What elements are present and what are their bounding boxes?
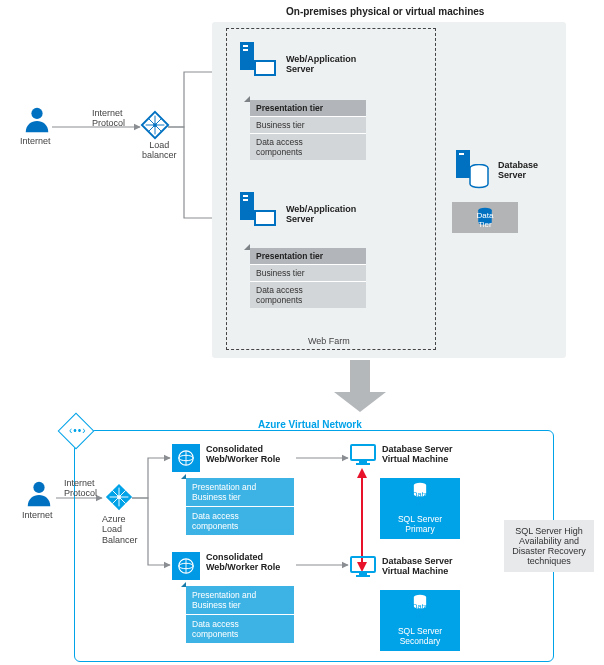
svg-rect-15	[243, 49, 248, 51]
presentation-tier-2: Presentation tier	[250, 248, 366, 264]
azure-vnet-box	[74, 430, 554, 662]
sql-secondary-box: Data Tier SQL Server Secondary	[380, 590, 460, 651]
sql-primary-box: Data Tier SQL Server Primary	[380, 478, 460, 539]
db-vm-icon-1	[350, 444, 376, 468]
data-tier-label-onprem: Data Tier	[452, 211, 518, 229]
svg-rect-14	[243, 45, 248, 47]
svg-rect-36	[359, 461, 367, 463]
svg-rect-40	[359, 573, 367, 575]
internet-label-bottom: Internet	[22, 510, 53, 520]
vnet-badge-dots: ‹••›	[69, 425, 87, 436]
data-tier-label-a1: Data Tier	[380, 490, 460, 508]
atier1-dataaccess: Data access components	[186, 506, 294, 535]
svg-rect-20	[459, 153, 464, 155]
svg-point-23	[33, 482, 44, 493]
webapp-icon-1	[254, 60, 276, 76]
webrole-label-1: Consolidated Web/Worker Role	[206, 444, 280, 465]
business-tier-2: Business tier	[250, 264, 366, 281]
svg-rect-17	[243, 195, 248, 197]
hadr-text: SQL Server High Availability and Disaste…	[512, 526, 586, 566]
azure-tier-1: Presentation and Business tier Data acce…	[186, 478, 294, 535]
webapp-icon-2	[254, 210, 276, 226]
azure-lb-icon	[104, 482, 134, 514]
svg-rect-41	[356, 575, 370, 577]
business-tier-1: Business tier	[250, 116, 366, 133]
user-icon-bottom	[24, 478, 54, 510]
svg-rect-37	[356, 463, 370, 465]
svg-point-7	[31, 108, 42, 119]
internet-protocol-label-2: Internet Protocol	[64, 478, 97, 499]
data-access-2: Data access components	[250, 281, 366, 308]
load-balancer-icon	[140, 110, 170, 142]
database-icon-onprem	[468, 164, 490, 192]
diagram-canvas: On-premises physical or virtual machines…	[0, 0, 604, 665]
onprem-title: On-premises physical or virtual machines	[286, 6, 484, 18]
db-vm-icon-2	[350, 556, 376, 580]
data-access-1: Data access components	[250, 133, 366, 160]
db-server-label: Database Server	[498, 160, 538, 181]
svg-rect-18	[243, 199, 248, 201]
atier2-presbus: Presentation and Business tier	[186, 586, 294, 614]
db-vm-label-2: Database Server Virtual Machine	[382, 556, 453, 577]
webfarm-label: Web Farm	[308, 336, 350, 346]
internet-protocol-label: Internet Protocol	[92, 108, 125, 129]
azure-vnet-title: Azure Virtual Network	[258, 419, 362, 431]
data-tier-label-a2: Data Tier	[380, 602, 460, 620]
webrole-label-2: Consolidated Web/Worker Role	[206, 552, 280, 573]
lb-label-top: Load balancer	[142, 140, 177, 161]
presentation-tier-1: Presentation tier	[250, 100, 366, 116]
db-vm-label-1: Database Server Virtual Machine	[382, 444, 453, 465]
webapp-label-1: Web/Application Server	[286, 54, 356, 75]
atier2-dataaccess: Data access components	[186, 614, 294, 643]
atier1-presbus: Presentation and Business tier	[186, 478, 294, 506]
svg-rect-39	[351, 557, 375, 572]
webapp-label-2: Web/Application Server	[286, 204, 356, 225]
webrole-icon-1	[172, 444, 200, 472]
azure-lb-label: Azure Load Balancer	[102, 514, 138, 545]
internet-label-top: Internet	[20, 136, 51, 146]
tier-stack-1: Presentation tier Business tier Data acc…	[250, 100, 366, 160]
webrole-icon-2	[172, 552, 200, 580]
sql-primary-label: SQL Server Primary	[380, 514, 460, 534]
svg-rect-35	[351, 445, 375, 460]
hadr-box: SQL Server High Availability and Disaste…	[504, 520, 594, 572]
azure-tier-2: Presentation and Business tier Data acce…	[186, 586, 294, 643]
user-icon	[22, 104, 52, 136]
sql-secondary-label: SQL Server Secondary	[380, 626, 460, 646]
data-tier-box-onprem: Data Tier	[452, 202, 518, 233]
tier-stack-2: Presentation tier Business tier Data acc…	[250, 248, 366, 308]
